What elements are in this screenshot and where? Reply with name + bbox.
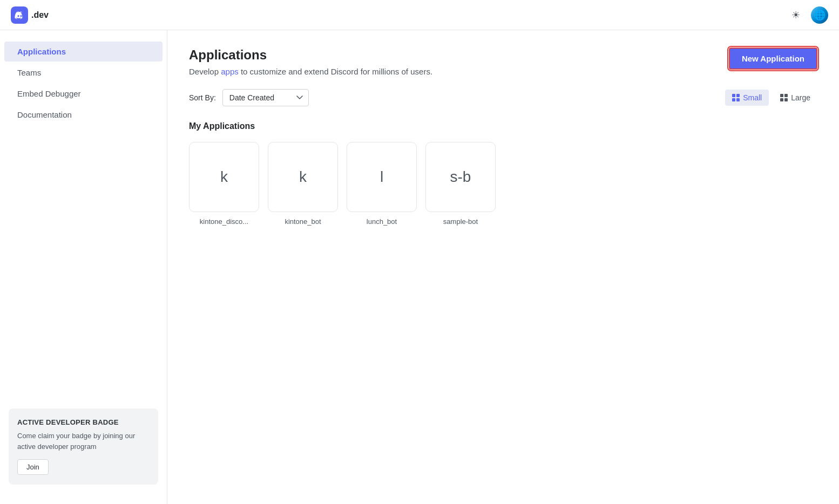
sidebar-item-embed-debugger[interactable]: Embed Debugger	[4, 84, 163, 104]
topnav: .dev ☀ 🌐	[0, 0, 839, 30]
sidebar-item-documentation[interactable]: Documentation	[4, 105, 163, 125]
app-card-icon: k	[189, 142, 259, 212]
app-card-icon: s-b	[425, 142, 496, 212]
app-card-label: lunch_bot	[367, 217, 397, 226]
discord-logo-icon	[11, 6, 28, 24]
view-small-button[interactable]: Small	[725, 90, 769, 106]
my-applications-title: My Applications	[189, 121, 817, 131]
app-card-label: kintone_bot	[285, 217, 321, 226]
globe-icon[interactable]: 🌐	[811, 6, 828, 24]
small-grid-icon	[732, 94, 740, 101]
topnav-right: ☀ 🌐	[788, 6, 828, 24]
app-card[interactable]: s-bsample-bot	[425, 142, 496, 226]
apps-grid: kkintone_disco...kkintone_botllunch_bots…	[189, 142, 817, 226]
page-title: Applications	[189, 47, 432, 63]
badge-description: Come claim your badge by joining our act…	[17, 431, 150, 452]
new-application-button[interactable]: New Application	[729, 47, 817, 70]
apps-link[interactable]: apps	[221, 67, 239, 76]
badge-title: ACTIVE DEVELOPER BADGE	[17, 418, 150, 426]
active-developer-badge-card: ACTIVE DEVELOPER BADGE Come claim your b…	[9, 408, 158, 485]
sort-controls: Sort By: Date Created Name	[189, 89, 309, 106]
app-card[interactable]: kkintone_disco...	[189, 142, 259, 226]
layout: Applications Teams Embed Debugger Docume…	[0, 30, 839, 504]
app-card[interactable]: kkintone_bot	[268, 142, 338, 226]
sort-label: Sort By:	[189, 93, 216, 102]
logo-text: .dev	[31, 10, 49, 20]
sort-bar: Sort By: Date Created Name Small	[189, 89, 817, 106]
main-header: Applications Develop apps to customize a…	[189, 47, 817, 76]
app-card-icon: l	[347, 142, 417, 212]
app-card-icon: k	[268, 142, 338, 212]
app-card-label: sample-bot	[443, 217, 478, 226]
badge-join-button[interactable]: Join	[17, 459, 49, 475]
theme-toggle-icon[interactable]: ☀	[788, 8, 803, 23]
sidebar: Applications Teams Embed Debugger Docume…	[0, 30, 167, 504]
main-content: Applications Develop apps to customize a…	[167, 30, 839, 504]
logo[interactable]: .dev	[11, 6, 49, 24]
sidebar-nav: Applications Teams Embed Debugger Docume…	[0, 41, 167, 125]
page-description: Develop apps to customize and extend Dis…	[189, 67, 432, 76]
page-header-text: Applications Develop apps to customize a…	[189, 47, 432, 76]
sort-select[interactable]: Date Created Name	[222, 89, 309, 106]
app-card-label: kintone_disco...	[200, 217, 248, 226]
view-large-button[interactable]: Large	[773, 90, 817, 106]
sidebar-item-teams[interactable]: Teams	[4, 63, 163, 83]
large-grid-icon	[780, 94, 788, 101]
view-toggle: Small Large	[725, 90, 817, 106]
sidebar-item-applications[interactable]: Applications	[4, 42, 163, 62]
app-card[interactable]: llunch_bot	[347, 142, 417, 226]
